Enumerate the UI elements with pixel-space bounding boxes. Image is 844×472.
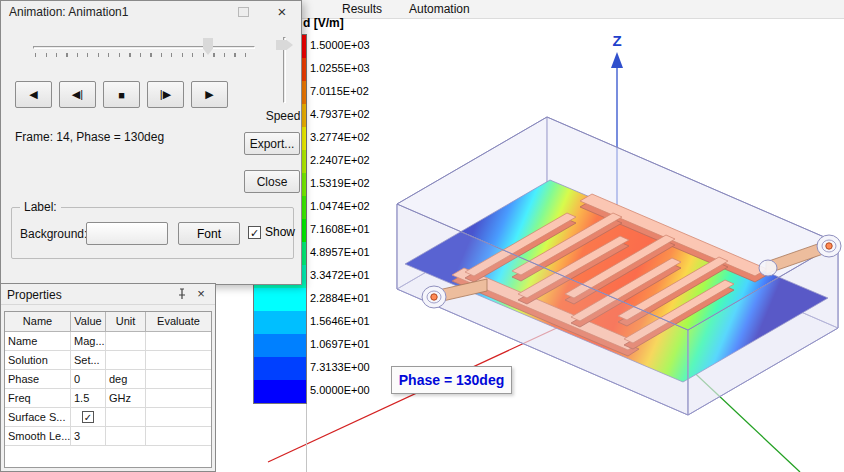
property-row[interactable]: NameMag... bbox=[5, 332, 211, 351]
property-cell bbox=[146, 332, 211, 351]
column-header-value[interactable]: Value bbox=[71, 312, 106, 332]
legend-values: 1.5000E+031.0255E+037.0115E+024.7937E+02… bbox=[310, 34, 370, 402]
legend-value: 7.1608E+01 bbox=[310, 218, 370, 241]
legend-value: 5.0000E+00 bbox=[310, 379, 370, 402]
legend-value: 4.7937E+02 bbox=[310, 103, 370, 126]
property-cell bbox=[106, 408, 146, 427]
legend-value: 1.0697E+01 bbox=[310, 333, 370, 356]
properties-titlebar[interactable]: Properties × bbox=[1, 284, 215, 305]
phase-annotation: Phase = 130deg bbox=[391, 366, 512, 394]
frame-slider[interactable] bbox=[31, 37, 257, 59]
property-cell: deg bbox=[106, 370, 146, 389]
properties-title: Properties bbox=[7, 288, 62, 302]
properties-table-header: Name Value Unit Evaluate bbox=[5, 312, 211, 332]
property-row[interactable]: Smooth Le...3 bbox=[5, 427, 211, 446]
property-cell: Solution bbox=[5, 351, 71, 370]
property-cell bbox=[146, 408, 211, 427]
frame-slider-ticks bbox=[35, 53, 253, 57]
font-button[interactable]: Font bbox=[178, 222, 240, 245]
legend-color-cell bbox=[254, 288, 306, 311]
property-cell: Phase bbox=[5, 370, 71, 389]
property-row[interactable]: Freq1.5GHz bbox=[5, 389, 211, 408]
property-cell bbox=[146, 427, 211, 446]
checkbox[interactable]: ✓ bbox=[82, 411, 94, 423]
step-back-button[interactable]: ◀| bbox=[59, 81, 96, 108]
frame-slider-track[interactable] bbox=[33, 46, 255, 49]
legend-value: 1.5319E+02 bbox=[310, 172, 370, 195]
speed-label: Speed bbox=[253, 109, 313, 123]
properties-panel: Properties × Name Value Unit Evaluate Na… bbox=[0, 283, 216, 472]
dialog-title: Animation: Animation1 bbox=[9, 5, 128, 19]
z-axis-label: Z bbox=[612, 32, 621, 49]
property-cell bbox=[106, 427, 146, 446]
properties-table: Name Value Unit Evaluate NameMag...Solut… bbox=[4, 311, 212, 468]
property-row[interactable]: SolutionSet... bbox=[5, 351, 211, 370]
legend-value: 4.8957E+01 bbox=[310, 241, 370, 264]
legend-color-cell bbox=[254, 334, 306, 357]
legend-value: 1.5000E+03 bbox=[310, 34, 370, 57]
property-row[interactable]: Surface S...✓ bbox=[5, 408, 211, 427]
property-cell[interactable]: Mag... bbox=[71, 332, 106, 351]
property-cell[interactable]: ✓ bbox=[71, 408, 106, 427]
property-cell: Name bbox=[5, 332, 71, 351]
show-checkbox-label: Show bbox=[265, 225, 295, 239]
property-cell bbox=[146, 351, 211, 370]
prev-button[interactable]: ◀ bbox=[15, 81, 52, 108]
column-header-name[interactable]: Name bbox=[5, 312, 71, 332]
stop-button[interactable]: ■ bbox=[103, 81, 140, 108]
property-cell bbox=[106, 332, 146, 351]
play-button[interactable]: ▶ bbox=[191, 81, 228, 108]
frame-info: Frame: 14, Phase = 130deg bbox=[15, 130, 164, 144]
property-cell: Smooth Le... bbox=[5, 427, 71, 446]
legend-value: 1.0255E+03 bbox=[310, 57, 370, 80]
speed-slider[interactable] bbox=[273, 35, 295, 105]
property-cell: Surface S... bbox=[5, 408, 71, 427]
property-cell[interactable]: 1.5 bbox=[71, 389, 106, 408]
legend-color-cell bbox=[254, 380, 306, 403]
legend-value: 1.5646E+01 bbox=[310, 310, 370, 333]
legend-color-cell bbox=[254, 357, 306, 380]
close-icon[interactable]: × bbox=[272, 2, 292, 21]
properties-close-icon[interactable]: × bbox=[193, 286, 209, 302]
legend-title: d [V/m] bbox=[303, 16, 344, 30]
show-checkbox-box[interactable]: ✓ bbox=[248, 226, 261, 239]
background-label: Background: bbox=[20, 227, 87, 241]
label-groupbox-title: Label: bbox=[20, 200, 61, 214]
legend-value: 2.2884E+01 bbox=[310, 287, 370, 310]
animation-dialog: Animation: Animation1 × Speed ◀ ◀| ■ |▶ … bbox=[0, 0, 302, 285]
application-window: Results Automation bbox=[0, 0, 844, 472]
label-groupbox: Label: Background: Font ✓ Show bbox=[11, 207, 294, 259]
property-cell[interactable]: Set... bbox=[71, 351, 106, 370]
legend-value: 1.0474E+02 bbox=[310, 195, 370, 218]
legend-value: 3.3472E+01 bbox=[310, 264, 370, 287]
property-cell: Freq bbox=[5, 389, 71, 408]
speed-slider-thumb[interactable] bbox=[276, 40, 293, 50]
close-button[interactable]: Close bbox=[244, 170, 300, 193]
legend-value: 7.0115E+02 bbox=[310, 80, 370, 103]
playback-controls: ◀ ◀| ■ |▶ ▶ bbox=[15, 81, 228, 108]
export-button[interactable]: Export... bbox=[244, 132, 300, 155]
property-cell bbox=[146, 370, 211, 389]
legend-value: 7.3133E+00 bbox=[310, 356, 370, 379]
column-header-evaluate[interactable]: Evaluate bbox=[146, 312, 211, 332]
property-cell[interactable]: 0 bbox=[71, 370, 106, 389]
view-border bbox=[306, 404, 307, 472]
property-cell: GHz bbox=[106, 389, 146, 408]
z-axis-arrow bbox=[611, 52, 623, 68]
dialog-titlebar[interactable]: Animation: Animation1 × bbox=[1, 1, 301, 23]
pin-icon[interactable] bbox=[176, 288, 188, 300]
property-row[interactable]: Phase0deg bbox=[5, 370, 211, 389]
property-cell bbox=[146, 389, 211, 408]
column-header-unit[interactable]: Unit bbox=[106, 312, 146, 332]
maximize-icon[interactable] bbox=[238, 7, 249, 17]
property-cell[interactable]: 3 bbox=[71, 427, 106, 446]
legend-color-cell bbox=[254, 311, 306, 334]
legend-value: 2.2407E+02 bbox=[310, 149, 370, 172]
legend-value: 3.2774E+02 bbox=[310, 126, 370, 149]
background-color-button[interactable] bbox=[86, 222, 168, 245]
properties-table-body: NameMag...SolutionSet...Phase0degFreq1.5… bbox=[5, 332, 211, 446]
property-cell bbox=[106, 351, 146, 370]
step-forward-button[interactable]: |▶ bbox=[147, 81, 184, 108]
